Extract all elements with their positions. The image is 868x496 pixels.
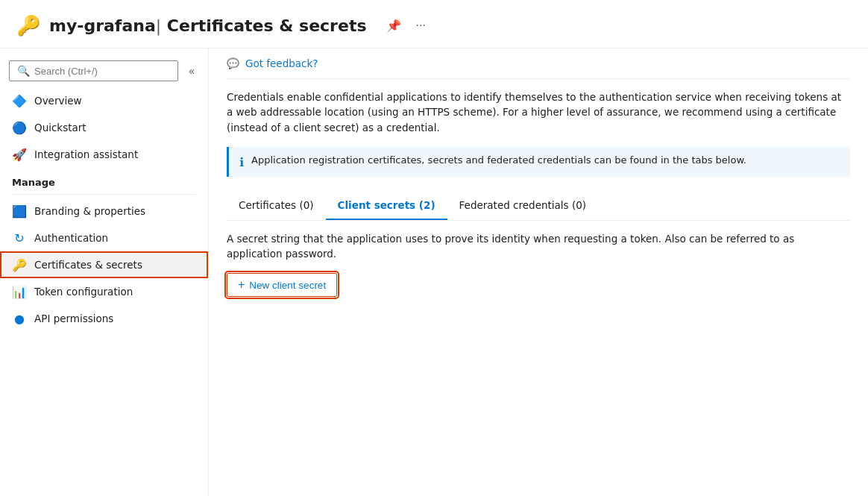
sidebar-divider xyxy=(12,194,196,195)
section-description: A secret string that the application use… xyxy=(227,231,850,262)
info-banner: ℹ Application registration certificates,… xyxy=(227,147,850,177)
new-secret-label: New client secret xyxy=(249,280,326,291)
search-box[interactable]: 🔍 xyxy=(9,60,178,81)
search-icon: 🔍 xyxy=(17,65,30,77)
sidebar-item-label: API permissions xyxy=(34,313,113,324)
sidebar-item-overview[interactable]: 🔷 Overview xyxy=(0,87,208,114)
token-icon: 📊 xyxy=(12,284,27,299)
content-area: 💬 Got feedback? Credentials enable confi… xyxy=(209,48,868,496)
info-icon: ℹ xyxy=(239,155,244,169)
title-separator: | xyxy=(156,16,161,35)
sidebar-item-label: Quickstart xyxy=(34,122,87,134)
sidebar-item-token[interactable]: 📊 Token configuration xyxy=(0,278,208,305)
sidebar-item-certs-secrets[interactable]: 🔑 Certificates & secrets xyxy=(0,251,208,278)
integration-icon: 🚀 xyxy=(12,147,27,162)
page-header: 🔑 my-grafana| Certificates & secrets 📌 ·… xyxy=(0,0,868,48)
info-banner-text: Application registration certificates, s… xyxy=(251,154,746,166)
tabs-container: Certificates (0) Client secrets (2) Fede… xyxy=(227,192,850,221)
feedback-bar[interactable]: 💬 Got feedback? xyxy=(227,48,850,79)
new-client-secret-button[interactable]: + New client secret xyxy=(227,273,337,297)
sidebar-item-branding[interactable]: 🟦 Branding & properties xyxy=(0,198,208,225)
description-text: Credentials enable confidential applicat… xyxy=(227,79,850,147)
feedback-label: Got feedback? xyxy=(245,57,318,69)
sidebar-item-label: Integration assistant xyxy=(34,148,138,160)
manage-section-label: Manage xyxy=(0,168,208,191)
sidebar: 🔍 « 🔷 Overview 🔵 Quickstart 🚀 Integratio… xyxy=(0,48,209,496)
quickstart-icon: 🔵 xyxy=(12,120,27,135)
app-name: my-grafana xyxy=(49,16,156,35)
sidebar-item-label: Branding & properties xyxy=(34,205,145,217)
certs-icon: 🔑 xyxy=(12,257,27,272)
sidebar-item-label: Authentication xyxy=(34,232,108,244)
tab-client-secrets[interactable]: Client secrets (2) xyxy=(326,192,447,220)
api-permissions-icon: ● xyxy=(12,311,27,326)
plus-icon: + xyxy=(238,278,245,292)
tab-federated-credentials[interactable]: Federated credentials (0) xyxy=(447,192,598,220)
overview-icon: 🔷 xyxy=(12,93,27,108)
sidebar-item-authentication[interactable]: ↻ Authentication xyxy=(0,225,208,251)
sidebar-item-label: Certificates & secrets xyxy=(34,259,142,271)
tab-certificates[interactable]: Certificates (0) xyxy=(227,192,326,220)
authentication-icon: ↻ xyxy=(12,230,27,245)
pin-button[interactable]: 📌 xyxy=(383,16,404,36)
collapse-button[interactable]: « xyxy=(184,62,199,80)
page-name: Certificates & secrets xyxy=(167,16,367,35)
more-options-button[interactable]: ··· xyxy=(413,16,429,35)
sidebar-item-integration[interactable]: 🚀 Integration assistant xyxy=(0,141,208,168)
sidebar-item-api-permissions[interactable]: ● API permissions xyxy=(0,305,208,332)
main-layout: 🔍 « 🔷 Overview 🔵 Quickstart 🚀 Integratio… xyxy=(0,48,868,496)
search-input[interactable] xyxy=(34,66,170,77)
sidebar-item-label: Overview xyxy=(34,95,82,107)
page-title: my-grafana| Certificates & secrets xyxy=(49,16,367,35)
header-actions: 📌 ··· xyxy=(383,16,429,36)
app-icon: 🔑 xyxy=(15,12,42,39)
search-container: 🔍 « xyxy=(0,54,208,87)
sidebar-item-label: Token configuration xyxy=(34,286,133,298)
sidebar-item-quickstart[interactable]: 🔵 Quickstart xyxy=(0,114,208,141)
feedback-icon: 💬 xyxy=(227,57,239,69)
branding-icon: 🟦 xyxy=(12,204,27,219)
